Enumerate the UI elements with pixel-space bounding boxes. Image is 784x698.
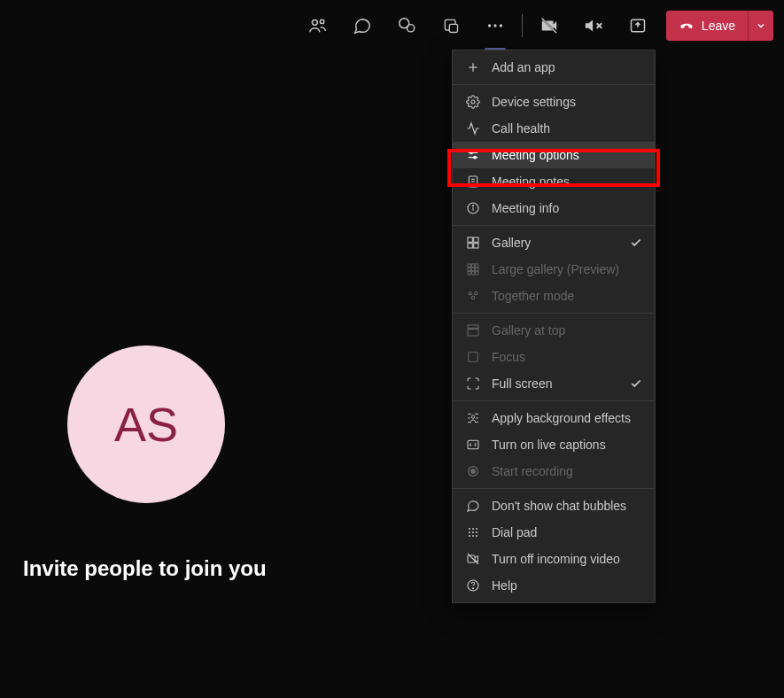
menu-section-layout: Gallery Large gallery (Preview) Together… — [453, 226, 655, 314]
rooms-button[interactable] — [430, 6, 472, 45]
svg-point-59 — [476, 528, 477, 530]
svg-point-61 — [472, 531, 474, 533]
menu-item-label: Large gallery (Preview) — [492, 262, 642, 276]
people-icon — [308, 16, 328, 35]
dialpad-icon — [465, 524, 481, 540]
menu-item-label: Gallery at top — [492, 323, 642, 337]
svg-point-7 — [493, 24, 496, 27]
avatar: AS — [67, 345, 225, 503]
fullscreen-icon — [465, 376, 481, 392]
menu-item-device-settings[interactable]: Device settings — [453, 89, 655, 115]
menu-item-meeting-options[interactable]: Meeting options — [453, 142, 655, 168]
svg-rect-66 — [468, 555, 475, 562]
menu-item-label: Add an app — [492, 60, 642, 74]
menu-item-full-screen[interactable]: Full screen — [453, 370, 655, 397]
leave-chevron-button[interactable] — [748, 11, 773, 41]
notes-icon — [465, 174, 481, 190]
more-actions-button[interactable] — [474, 6, 516, 45]
menu-item-turn-off-video[interactable]: Turn off incoming video — [453, 546, 655, 572]
menu-section-settings: Device settings Call health Meeting opti… — [453, 85, 655, 226]
toolbar-divider — [522, 14, 523, 37]
svg-point-42 — [475, 292, 477, 295]
leave-label: Leave — [702, 19, 735, 33]
menu-item-label: Full screen — [492, 376, 619, 391]
menu-item-label: Meeting notes — [492, 174, 642, 189]
menu-item-call-health[interactable]: Call health — [453, 115, 655, 142]
share-button[interactable] — [617, 6, 659, 45]
activity-icon — [465, 120, 481, 136]
leave-button-group: Leave — [666, 11, 773, 41]
captions-icon — [465, 437, 481, 453]
more-icon — [485, 16, 505, 35]
chat-button[interactable] — [341, 6, 384, 45]
svg-point-53 — [471, 415, 474, 418]
hangup-icon — [679, 18, 695, 34]
menu-item-help[interactable]: Help — [453, 572, 655, 599]
menu-item-meeting-info[interactable]: Meeting info — [453, 195, 655, 221]
menu-item-label: Turn off incoming video — [492, 552, 642, 566]
svg-point-60 — [469, 531, 470, 533]
svg-point-1 — [320, 19, 323, 23]
svg-rect-29 — [474, 237, 478, 242]
camera-button[interactable] — [528, 6, 571, 45]
leave-button[interactable]: Leave — [666, 11, 748, 41]
svg-rect-35 — [468, 268, 470, 270]
menu-item-label: Help — [492, 578, 642, 593]
svg-point-62 — [476, 531, 477, 533]
rooms-icon — [442, 17, 460, 35]
check-icon — [630, 377, 642, 390]
menu-item-label: Dial pad — [492, 525, 642, 539]
menu-item-gallery-top: Gallery at top — [453, 317, 655, 344]
svg-point-41 — [469, 292, 471, 295]
share-icon — [629, 17, 647, 35]
menu-item-meeting-notes[interactable]: Meeting notes — [453, 168, 655, 195]
menu-item-label: Together mode — [492, 289, 642, 303]
svg-point-65 — [476, 535, 477, 537]
svg-rect-28 — [468, 237, 472, 242]
grid-icon — [465, 235, 481, 251]
menu-item-label: Meeting options — [492, 148, 642, 162]
participants-button[interactable] — [297, 6, 339, 45]
svg-point-57 — [469, 528, 470, 530]
svg-rect-37 — [476, 268, 478, 270]
svg-rect-40 — [476, 272, 478, 275]
speaker-muted-icon — [584, 16, 603, 35]
svg-point-69 — [472, 588, 473, 589]
menu-item-label: Start recording — [492, 464, 642, 478]
menu-item-start-recording: Start recording — [453, 458, 655, 485]
record-icon — [465, 463, 481, 479]
menu-section-misc: Don't show chat bubbles Dial pad Turn of… — [453, 489, 655, 602]
menu-item-chat-bubbles[interactable]: Don't show chat bubbles — [453, 492, 655, 519]
menu-item-label: Don't show chat bubbles — [492, 499, 642, 513]
menu-item-label: Device settings — [492, 95, 642, 109]
menu-item-label: Turn on live captions — [492, 438, 642, 452]
participant-area: AS Invite people to join you — [23, 345, 267, 581]
svg-point-16 — [471, 100, 475, 104]
menu-section-apps: Add an app — [453, 50, 655, 85]
reactions-button[interactable] — [385, 6, 428, 45]
svg-point-6 — [488, 24, 491, 27]
svg-point-19 — [470, 151, 473, 154]
svg-rect-39 — [471, 272, 474, 275]
menu-section-effects: Apply background effects Turn on live ca… — [453, 401, 655, 489]
camera-off-icon — [539, 16, 559, 35]
menu-item-add-app[interactable]: Add an app — [453, 54, 655, 81]
svg-rect-30 — [468, 244, 472, 248]
mic-button[interactable] — [572, 6, 615, 45]
menu-item-together-mode: Together mode — [453, 283, 655, 309]
background-icon — [465, 410, 481, 426]
menu-item-background-effects[interactable]: Apply background effects — [453, 405, 655, 431]
menu-item-dial-pad[interactable]: Dial pad — [453, 519, 655, 546]
svg-rect-5 — [449, 24, 457, 32]
menu-item-label: Gallery — [492, 236, 619, 250]
svg-point-63 — [469, 535, 470, 537]
help-icon — [465, 578, 481, 593]
menu-item-live-captions[interactable]: Turn on live captions — [453, 431, 655, 458]
svg-rect-46 — [469, 353, 478, 362]
menu-item-gallery[interactable]: Gallery — [453, 229, 655, 256]
svg-point-8 — [500, 24, 502, 27]
svg-rect-36 — [471, 268, 474, 270]
meeting-toolbar: Leave — [0, 0, 784, 51]
more-actions-menu: Add an app Device settings Call health M… — [452, 50, 656, 603]
gear-icon — [465, 94, 481, 110]
